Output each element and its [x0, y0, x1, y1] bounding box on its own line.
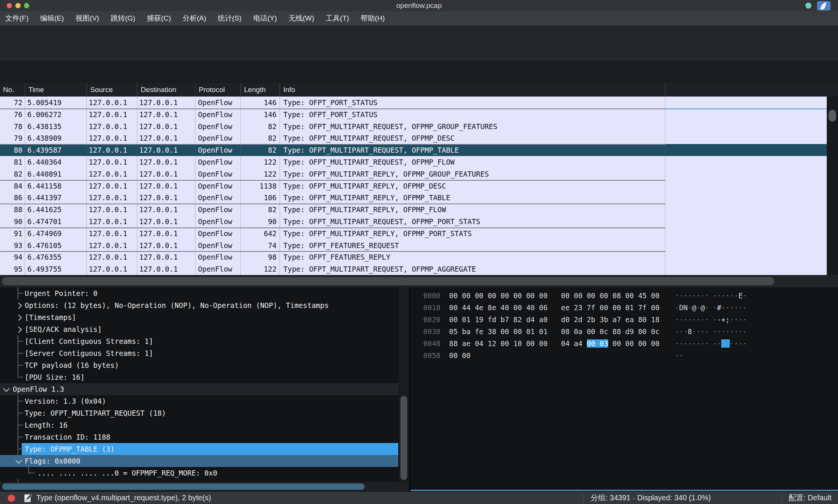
cell-src: 127.0.0.1 — [87, 204, 137, 216]
hex-bytes: 00 00 00 00 00 00 00 00 — [449, 290, 561, 302]
packet-row-84[interactable]: 846.441158127.0.0.1127.0.0.1OpenFlow1138… — [0, 180, 827, 192]
cell-info: Type: OFPT_MULTIPART_REPLY, OFPMP_TABLE — [280, 192, 665, 204]
tree-row[interactable]: Version: 1.3 (0x04) — [0, 395, 409, 407]
cell-no: 90 — [0, 216, 25, 227]
column-header-protocol[interactable]: Protocol — [195, 83, 241, 97]
status-packet-counts: 分组: 34391 · Displayed: 340 (1.0%) — [591, 492, 711, 504]
cell-no: 72 — [0, 97, 25, 109]
menu-item-9[interactable]: 工具(T) — [326, 13, 349, 23]
menu-item-1[interactable]: 编辑(E) — [40, 13, 64, 23]
hex-row-0030[interactable]: 003005 ba fe 38 00 00 01 0108 0a 00 0c 8… — [423, 326, 747, 337]
tree-row[interactable]: Flags: 0x0000 — [0, 455, 409, 467]
detail-hscrollbar[interactable] — [0, 482, 409, 491]
tree-row[interactable]: Type: OFPMP_TABLE (3) — [0, 443, 409, 455]
menubar: 文件(F)编辑(E)视图(V)跳转(G)捕获(C)分析(A)统计(S)电话(Y)… — [0, 11, 838, 25]
cell-src: 127.0.0.1 — [87, 109, 137, 120]
status-profile[interactable]: 配置: Default — [789, 492, 831, 504]
tree-row[interactable]: Pad: 00000000 — [0, 479, 409, 482]
capture-comment-icon[interactable] — [23, 493, 33, 504]
tree-row[interactable]: [Client Contiguous Streams: 1] — [0, 335, 409, 347]
packet-row-76[interactable]: 766.006272127.0.0.1127.0.0.1OpenFlow146T… — [0, 109, 827, 120]
expand-chevron-icon[interactable] — [16, 327, 22, 333]
tree-row[interactable]: [SEQ/ACK analysis] — [0, 323, 409, 335]
hex-row-0040[interactable]: 004088 ae 04 12 00 10 00 0004 a4 00 03 0… — [423, 337, 747, 349]
menu-item-7[interactable]: 电话(Y) — [253, 13, 277, 23]
ascii-column: ········ — [675, 290, 713, 302]
tree-row-label: [Timestamps] — [25, 311, 76, 323]
hex-row-0000[interactable]: 000000 00 00 00 00 00 00 0000 00 00 00 0… — [423, 290, 747, 302]
scrollbar-thumb[interactable] — [400, 396, 407, 480]
hex-row-0020[interactable]: 002000 01 19 fd b7 82 d4 a0d0 2d 2b 3b a… — [423, 314, 747, 326]
packet-row-79[interactable]: 796.438909127.0.0.1127.0.0.1OpenFlow82Ty… — [0, 132, 827, 144]
expert-info-icon[interactable] — [7, 494, 15, 502]
expand-chevron-icon[interactable] — [16, 315, 22, 321]
scrollbar-thumb[interactable] — [2, 277, 774, 285]
cell-src: 127.0.0.1 — [87, 97, 137, 109]
cell-proto: OpenFlow — [195, 156, 241, 168]
cell-dst: 127.0.0.1 — [137, 204, 195, 216]
tree-row[interactable]: .... .... .... ...0 = OFPMPF_REQ_MORE: 0… — [0, 467, 409, 479]
packet-row-93[interactable]: 936.476105127.0.0.1127.0.0.1OpenFlow74Ty… — [0, 239, 827, 251]
ascii-column: ······E· — [713, 291, 747, 300]
filter-bar: + — [0, 61, 838, 83]
tree-row[interactable]: TCP payload (16 bytes) — [0, 359, 409, 371]
cell-proto: OpenFlow — [195, 132, 241, 144]
packet-row-91[interactable]: 916.474969127.0.0.1127.0.0.1OpenFlow642T… — [0, 227, 827, 239]
menu-item-4[interactable]: 捕获(C) — [147, 13, 171, 23]
packet-row-90[interactable]: 906.474701127.0.0.1127.0.0.1OpenFlow90Ty… — [0, 216, 827, 227]
tree-row[interactable]: Length: 16 — [0, 419, 409, 431]
expand-chevron-icon[interactable] — [16, 303, 22, 309]
packet-row-78[interactable]: 786.438135127.0.0.1127.0.0.1OpenFlow82Ty… — [0, 120, 827, 132]
scrollbar-thumb[interactable] — [2, 483, 365, 490]
menu-item-10[interactable]: 帮助(H) — [361, 13, 385, 23]
tree-row[interactable]: OpenFlow 1.3 — [0, 383, 409, 395]
menu-item-6[interactable]: 统计(S) — [218, 13, 241, 23]
packet-list-header[interactable]: No.TimeSourceDestinationProtocolLengthIn… — [0, 83, 838, 97]
column-header-length[interactable]: Length — [241, 83, 280, 97]
cell-time: 6.006272 — [25, 109, 87, 120]
hex-row-0010[interactable]: 001000 44 4e 8e 40 00 40 06ee 23 7f 00 0… — [423, 302, 747, 314]
cell-no: 91 — [0, 227, 25, 239]
column-header-time[interactable]: Time — [25, 83, 87, 97]
packet-row-94[interactable]: 946.476355127.0.0.1127.0.0.1OpenFlow98Ty… — [0, 251, 827, 263]
packet-row-81[interactable]: 816.440364127.0.0.1127.0.0.1OpenFlow122T… — [0, 156, 827, 168]
tree-row[interactable]: [PDU Size: 16] — [0, 371, 409, 383]
cell-len: 82 — [241, 132, 280, 144]
column-header-destination[interactable]: Destination — [137, 83, 195, 97]
packet-list-hscrollbar[interactable] — [0, 275, 838, 287]
packet-row-88[interactable]: 886.441625127.0.0.1127.0.0.1OpenFlow82Ty… — [0, 204, 827, 216]
menu-item-3[interactable]: 跳转(G) — [111, 13, 135, 23]
column-header-no[interactable]: No. — [0, 83, 25, 97]
cell-dst: 127.0.0.1 — [137, 156, 195, 168]
tree-row[interactable]: [Server Contiguous Streams: 1] — [0, 347, 409, 359]
packet-row-80[interactable]: 806.439587127.0.0.1127.0.0.1OpenFlow82Ty… — [0, 144, 827, 156]
cell-info: Type: OFPT_PORT_STATUS — [280, 97, 665, 109]
menu-item-0[interactable]: 文件(F) — [5, 13, 28, 23]
cell-info: Type: OFPT_MULTIPART_REPLY, OFPMP_GROUP_… — [280, 168, 665, 180]
menu-item-5[interactable]: 分析(A) — [183, 13, 206, 23]
tree-row-label: [Server Contiguous Streams: 1] — [25, 347, 153, 359]
hex-row-0050[interactable]: 005000 00·· — [423, 349, 713, 361]
menu-item-2[interactable]: 视图(V) — [76, 13, 99, 23]
column-header-info[interactable]: Info — [280, 83, 665, 97]
scrollbar-thumb[interactable] — [829, 110, 836, 122]
tree-row[interactable]: Type: OFPT_MULTIPART_REQUEST (18) — [0, 407, 409, 419]
tree-row[interactable]: Transaction ID: 1188 — [0, 431, 409, 443]
packet-row-86[interactable]: 866.441397127.0.0.1127.0.0.1OpenFlow106T… — [0, 192, 827, 204]
cell-no: 78 — [0, 120, 25, 132]
packet-row-82[interactable]: 826.440891127.0.0.1127.0.0.1OpenFlow122T… — [0, 168, 827, 180]
tree-row[interactable]: Options: (12 bytes), No-Operation (NOP),… — [0, 299, 409, 311]
cell-src: 127.0.0.1 — [87, 180, 137, 192]
tree-row[interactable]: [Timestamps] — [0, 311, 409, 323]
column-header-source[interactable]: Source — [87, 83, 137, 97]
tree-row-label: Flags: 0x0000 — [25, 455, 80, 467]
cell-time: 6.441158 — [25, 180, 87, 192]
packet-row-95[interactable]: 956.493755127.0.0.1127.0.0.1OpenFlow122T… — [0, 263, 827, 275]
packet-row-72[interactable]: 725.005419127.0.0.1127.0.0.1OpenFlow146T… — [0, 97, 827, 109]
detail-vscrollbar[interactable] — [399, 287, 409, 482]
packet-list-vscrollbar[interactable] — [827, 97, 838, 275]
selected-ascii-highlight: ·· — [721, 339, 730, 348]
tree-row[interactable]: Urgent Pointer: 0 — [0, 287, 409, 299]
ascii-column: ········ — [675, 314, 713, 326]
menu-item-8[interactable]: 无线(W) — [289, 13, 314, 23]
